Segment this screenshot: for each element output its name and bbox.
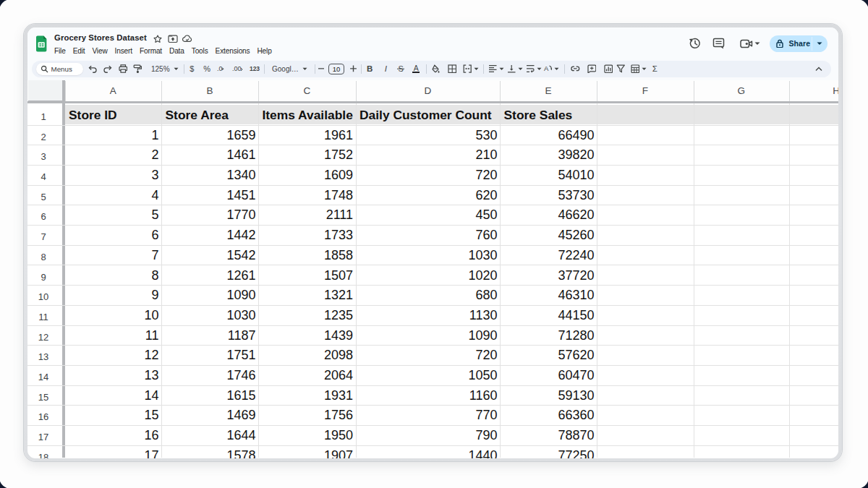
svg-text:A: A	[414, 64, 419, 72]
svg-text:%: %	[204, 64, 211, 73]
svg-text:I: I	[384, 64, 387, 73]
svg-text:123: 123	[250, 65, 260, 72]
svg-text:B: B	[367, 64, 373, 73]
svg-text:.00: .00	[232, 65, 242, 72]
svg-text:A: A	[544, 64, 549, 72]
svg-text:$: $	[190, 64, 194, 73]
svg-text:Σ: Σ	[652, 64, 657, 73]
